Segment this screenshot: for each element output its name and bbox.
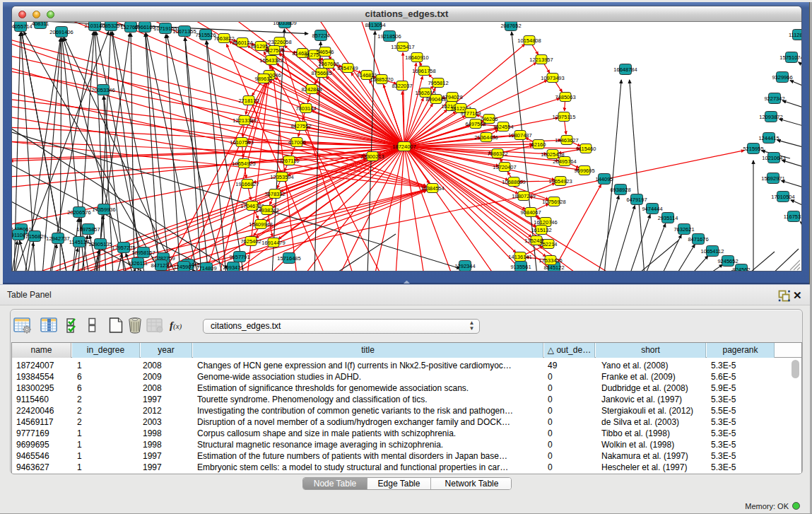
svg-text:14055714: 14055714 <box>12 23 33 30</box>
svg-text:13325417: 13325417 <box>391 44 414 50</box>
svg-text:2367608: 2367608 <box>318 61 339 67</box>
svg-text:8242848: 8242848 <box>301 86 322 93</box>
svg-text:6938928: 6938928 <box>610 187 630 193</box>
svg-text:9084067: 9084067 <box>520 209 541 216</box>
svg-text:17533426: 17533426 <box>539 257 562 264</box>
svg-text:1245907: 1245907 <box>173 264 194 270</box>
svg-text:8322037: 8322037 <box>392 83 412 89</box>
svg-text:14938242: 14938242 <box>255 207 278 214</box>
svg-text:12975115: 12975115 <box>553 114 576 120</box>
svg-text:3624554: 3624554 <box>493 124 513 130</box>
svg-text:9115460: 9115460 <box>576 146 596 152</box>
svg-text:16107563: 16107563 <box>230 139 253 146</box>
svg-text:19654923: 19654923 <box>548 178 572 185</box>
svg-text:21364436: 21364436 <box>474 134 498 141</box>
svg-text:9326111: 9326111 <box>128 260 148 267</box>
svg-text:5215955: 5215955 <box>743 146 763 152</box>
svg-text:252214: 252214 <box>539 241 557 247</box>
svg-text:16543382: 16543382 <box>259 57 283 64</box>
svg-text:9699695: 9699695 <box>574 168 594 174</box>
svg-text:12213957: 12213957 <box>529 57 553 63</box>
svg-text:16648784: 16648784 <box>613 66 637 73</box>
svg-text:15885270: 15885270 <box>370 76 393 83</box>
svg-text:10688609: 10688609 <box>502 179 525 185</box>
svg-text:14136141: 14136141 <box>508 254 531 260</box>
svg-text:23300213: 23300213 <box>360 153 384 160</box>
svg-text:2093471: 2093471 <box>223 264 243 271</box>
svg-text:16120746: 16120746 <box>534 219 557 226</box>
svg-text:546546: 546546 <box>316 49 334 55</box>
svg-text:20691406: 20691406 <box>49 29 73 35</box>
svg-text:8813054: 8813054 <box>365 22 385 28</box>
svg-text:10756928: 10756928 <box>542 199 565 205</box>
svg-text:15720407: 15720407 <box>493 164 516 170</box>
svg-text:9227342: 9227342 <box>764 95 784 102</box>
svg-text:9135561: 9135561 <box>510 264 531 270</box>
svg-text:8756685: 8756685 <box>311 70 331 76</box>
svg-text:1292344: 1292344 <box>454 263 475 269</box>
svg-text:19384554: 19384554 <box>420 185 444 192</box>
svg-text:20053346: 20053346 <box>91 87 114 93</box>
svg-text:3827509: 3827509 <box>264 47 284 54</box>
svg-text:9657791: 9657791 <box>229 254 249 260</box>
svg-text:7625402: 7625402 <box>240 238 261 245</box>
svg-text:924562: 924562 <box>732 267 750 271</box>
svg-text:7714809: 7714809 <box>196 265 216 271</box>
svg-text:1244415: 1244415 <box>758 135 779 141</box>
svg-text:20206576: 20206576 <box>67 209 90 216</box>
svg-text:16914479: 16914479 <box>261 240 285 246</box>
svg-text:408311: 408311 <box>32 22 49 27</box>
svg-text:17359936: 17359936 <box>92 206 115 213</box>
svg-text:14463627: 14463627 <box>555 137 578 144</box>
svg-text:1112841: 1112841 <box>789 32 801 38</box>
svg-text:10654112: 10654112 <box>701 248 724 255</box>
svg-text:7803144: 7803144 <box>295 105 316 112</box>
svg-text:6966160: 6966160 <box>134 24 155 30</box>
svg-text:12353594: 12353594 <box>270 174 293 180</box>
svg-text:1167533: 1167533 <box>784 214 801 220</box>
svg-text:2087652: 2087652 <box>500 23 521 29</box>
svg-text:9329966: 9329966 <box>772 74 792 81</box>
svg-text:9474444: 9474444 <box>642 206 662 212</box>
svg-text:62160: 62160 <box>531 141 546 148</box>
svg-text:15409948: 15409948 <box>249 221 272 228</box>
svg-text:2935114: 2935114 <box>658 215 678 221</box>
svg-text:417006: 417006 <box>288 139 305 146</box>
svg-text:15692971: 15692971 <box>761 175 784 182</box>
svg-text:10975857: 10975857 <box>76 226 100 233</box>
svg-text:17010504: 17010504 <box>771 194 794 200</box>
svg-text:6794028: 6794028 <box>442 94 462 100</box>
svg-text:12156829: 12156829 <box>23 233 46 240</box>
svg-text:12213389: 12213389 <box>233 117 256 124</box>
svg-text:8471233: 8471233 <box>151 262 171 269</box>
svg-text:10671355: 10671355 <box>172 28 196 35</box>
svg-text:16033809: 16033809 <box>273 22 296 26</box>
svg-text:3267110: 3267110 <box>279 158 300 164</box>
svg-text:12093872: 12093872 <box>759 114 782 120</box>
svg-text:857224: 857224 <box>312 33 329 39</box>
svg-text:8660124: 8660124 <box>232 40 252 46</box>
svg-text:7663822: 7663822 <box>213 35 234 42</box>
svg-text:10807487: 10807487 <box>508 132 531 139</box>
svg-text:7955812: 7955812 <box>428 80 448 86</box>
svg-text:15716485: 15716485 <box>277 255 300 262</box>
svg-text:19218506: 19218506 <box>377 33 401 40</box>
svg-text:18640910: 18640910 <box>405 54 428 61</box>
svg-text:3678332: 3678332 <box>264 191 285 197</box>
svg-text:6497568: 6497568 <box>465 121 486 127</box>
svg-text:8471676: 8471676 <box>688 236 708 243</box>
svg-text:18807249: 18807249 <box>512 193 535 199</box>
svg-text:7485063: 7485063 <box>555 94 575 100</box>
svg-text:8427552: 8427552 <box>290 123 311 129</box>
svg-text:16961758: 16961758 <box>412 68 435 74</box>
svg-text:10973493: 10973493 <box>541 75 564 81</box>
svg-text:1145137: 1145137 <box>69 239 90 245</box>
svg-text:9777169: 9777169 <box>460 110 481 117</box>
svg-text:989612: 989612 <box>254 76 272 82</box>
svg-text:(x): (x) <box>173 322 182 331</box>
svg-text:18724007: 18724007 <box>392 144 416 150</box>
svg-text:7986322: 7986322 <box>487 151 507 157</box>
svg-text:7515526: 7515526 <box>195 32 216 38</box>
svg-text:10853257: 10853257 <box>99 23 122 29</box>
svg-text:10210643: 10210643 <box>762 155 785 161</box>
